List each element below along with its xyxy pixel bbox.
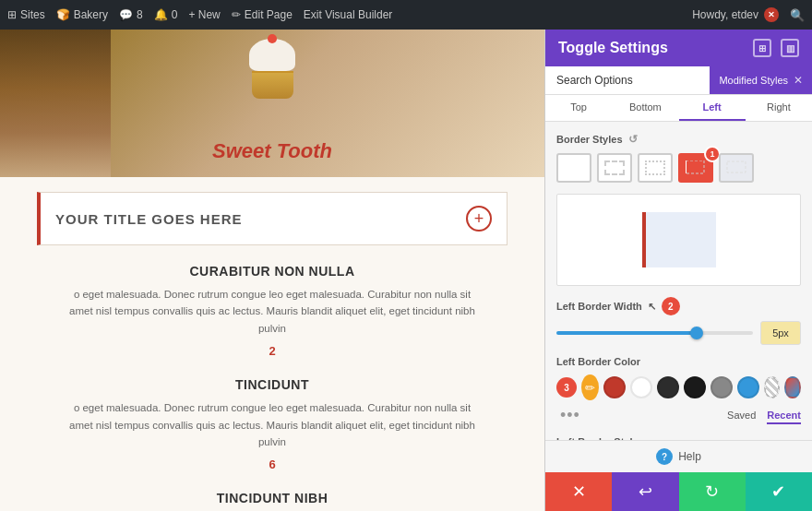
bell-icon: 🔔 <box>154 8 168 21</box>
bakery-icon: 🍞 <box>56 8 70 21</box>
color-swatch-white[interactable] <box>630 376 652 398</box>
step3-badge: 3 <box>556 377 577 398</box>
border-styles-label: Border Styles ↺ <box>556 133 801 146</box>
help-icon[interactable]: ? <box>656 448 673 465</box>
howdy-text: Howdy, etdev ✕ <box>692 7 779 22</box>
panel-settings-icon[interactable]: ⊞ <box>753 39 771 57</box>
cursor-icon: ↖ <box>648 301 656 313</box>
sites-link[interactable]: ⊞ Sites <box>7 8 45 21</box>
comments-icon: 💬 <box>119 8 133 21</box>
border-right-only-preview-icon <box>686 160 706 175</box>
left-border-width-section: Left Border Width ↖ 2 5px <box>556 297 801 345</box>
modified-styles-clear-icon[interactable]: ✕ <box>794 74 803 87</box>
hero-subtitle: Sweet Tooth <box>212 139 332 163</box>
color-swatch-blue[interactable] <box>737 376 759 398</box>
hero-area: Sweet Tooth <box>0 30 544 177</box>
border-none-icon <box>564 160 584 175</box>
section1-body: o eget malesuada. Donec rutrum congue le… <box>69 286 475 337</box>
color-row2: ••• Saved Recent <box>556 406 801 425</box>
section2-body: o eget malesuada. Donec rutrum congue le… <box>69 399 475 450</box>
recent-colors-button[interactable]: Recent <box>767 408 801 424</box>
color-swatch-dark[interactable] <box>657 376 679 398</box>
panel-body: Border Styles ↺ 1 <box>545 122 812 440</box>
left-border-width-label: Left Border Width ↖ 2 <box>556 297 680 315</box>
color-picker-button[interactable]: ✏ <box>581 374 599 400</box>
new-link[interactable]: + New <box>188 8 220 21</box>
panel-footer: ✕ ↩ ↻ ✔ <box>545 472 812 511</box>
section3-heading: TINCIDUNT NIBH <box>37 491 508 505</box>
modified-styles-button[interactable]: Modified Styles ✕ <box>710 66 812 94</box>
color-swatch-black[interactable] <box>684 376 706 398</box>
exit-builder-link[interactable]: Exit Visual Builder <box>304 8 393 21</box>
undo-icon: ↩ <box>639 481 652 502</box>
right-panel: Toggle Settings ⊞ ▥ Search Options Modif… <box>544 30 812 511</box>
page-content: Sweet Tooth YOUR TITLE GOES HERE + CURAB… <box>0 30 544 511</box>
color-swatches-row: 3 ✏ <box>556 374 801 400</box>
left-border-color-section: Left Border Color 3 ✏ ••• <box>556 356 801 425</box>
notifications-link[interactable]: 🔔 0 <box>154 8 178 21</box>
border-styles-reset-icon[interactable]: ↺ <box>628 133 638 146</box>
section1-page-num: 2 <box>269 344 275 358</box>
slider-thumb[interactable] <box>690 327 703 339</box>
border-preview-inner <box>642 212 716 267</box>
left-border-color-label: Left Border Color <box>556 356 801 367</box>
cookies-image <box>0 30 111 177</box>
border-none-option[interactable] <box>556 153 591 183</box>
color-swatch-gray[interactable] <box>710 376 733 398</box>
tab-top[interactable]: Top <box>545 95 612 121</box>
panel-search-bar: Search Options Modified Styles ✕ <box>545 66 812 95</box>
edit-icon: ✏ <box>232 8 241 21</box>
cupcake-cherry <box>268 34 277 43</box>
tab-bottom[interactable]: Bottom <box>612 95 678 121</box>
sites-icon: ⊞ <box>7 8 17 21</box>
step2-badge: 2 <box>662 297 680 315</box>
border-solid-option[interactable] <box>597 153 632 183</box>
admin-bar: ⊞ Sites 🍞 Bakery 💬 8 🔔 0 + New ✏ Edit Pa… <box>0 0 812 30</box>
border-width-slider[interactable] <box>556 331 753 335</box>
search-button[interactable]: 🔍 <box>790 8 805 22</box>
help-label: Help <box>678 450 701 463</box>
search-options-button[interactable]: Search Options <box>545 66 710 94</box>
slider-label-row: Left Border Width ↖ 2 <box>556 297 801 315</box>
save-icon: ✔ <box>771 481 785 502</box>
color-swatch-gradient[interactable] <box>784 376 801 398</box>
section2-page-num: 6 <box>269 458 275 471</box>
edit-page-link[interactable]: ✏ Edit Page <box>232 8 293 21</box>
border-selected-option[interactable]: 1 <box>678 153 713 183</box>
page-body: YOUR TITLE GOES HERE + CURABITUR NON NUL… <box>0 177 544 511</box>
section1-heading: CURABITUR NON NULLA <box>37 264 508 279</box>
color-swatch-pattern[interactable] <box>764 376 781 398</box>
comments-link[interactable]: 💬 8 <box>119 8 143 21</box>
saved-recent-row: Saved Recent <box>727 408 801 424</box>
border-last-option[interactable] <box>719 153 754 183</box>
save-button[interactable]: ✔ <box>746 472 812 511</box>
main-wrapper: Sweet Tooth YOUR TITLE GOES HERE + CURAB… <box>0 30 812 511</box>
border-dashed-preview-icon <box>604 160 625 175</box>
cancel-icon: ✕ <box>572 481 586 502</box>
svg-rect-2 <box>727 161 746 172</box>
redo-button[interactable]: ↻ <box>679 472 746 511</box>
cupcake-frosting <box>249 39 295 71</box>
cancel-button[interactable]: ✕ <box>545 472 612 511</box>
title-block: YOUR TITLE GOES HERE + <box>37 192 508 245</box>
section2-heading: TINCIDUNT <box>37 377 508 392</box>
bakery-link[interactable]: 🍞 Bakery <box>56 8 108 21</box>
panel-tabs: Top Bottom Left Right <box>545 95 812 122</box>
border-width-value[interactable]: 5px <box>760 321 801 345</box>
undo-button[interactable]: ↩ <box>612 472 678 511</box>
panel-header-icons: ⊞ ▥ <box>753 39 799 57</box>
svg-rect-0 <box>686 160 704 173</box>
help-row: ? Help <box>545 440 812 472</box>
more-colors-button[interactable]: ••• <box>560 406 580 425</box>
page-title: YOUR TITLE GOES HERE <box>55 211 243 227</box>
add-content-button[interactable]: + <box>466 206 492 232</box>
color-swatch-brown[interactable] <box>603 376 626 398</box>
tab-right[interactable]: Right <box>746 95 812 121</box>
saved-colors-button[interactable]: Saved <box>727 408 756 424</box>
panel-columns-icon[interactable]: ▥ <box>781 39 799 57</box>
tab-left[interactable]: Left <box>679 95 746 121</box>
close-account-icon[interactable]: ✕ <box>764 7 779 22</box>
border-preview <box>556 194 801 286</box>
panel-title: Toggle Settings <box>558 40 668 56</box>
border-dotted-option[interactable] <box>638 153 673 183</box>
